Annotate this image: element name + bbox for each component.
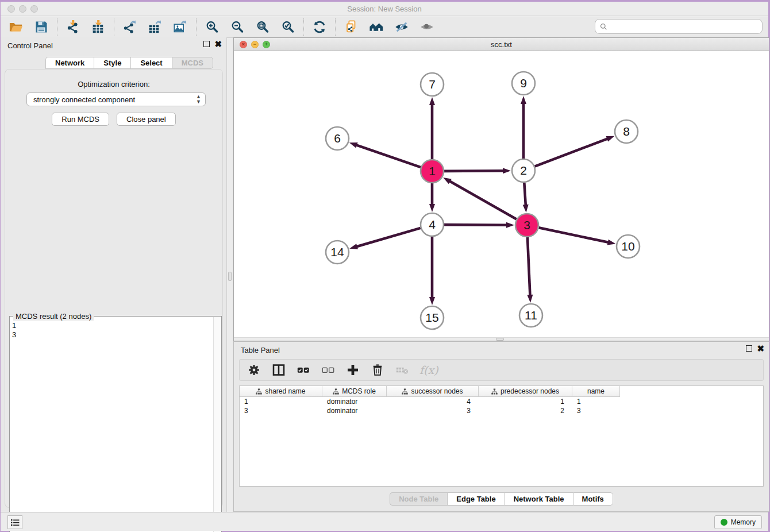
edge-2-9[interactable]	[521, 96, 526, 159]
edge-1-7[interactable]	[429, 97, 435, 159]
search-field[interactable]	[595, 19, 763, 34]
cell-MCDS-role[interactable]: dominator	[322, 407, 387, 415]
refresh-network-icon[interactable]	[312, 20, 327, 34]
delete-column-icon[interactable]	[370, 363, 385, 377]
svg-text:8: 8	[623, 125, 630, 138]
select-all-checkboxes-icon[interactable]	[296, 363, 311, 377]
cell-shared-name[interactable]: 1	[240, 398, 322, 406]
edge-1-6[interactable]	[349, 142, 421, 167]
export-image-icon[interactable]	[173, 20, 188, 34]
export-network-icon[interactable]	[122, 20, 137, 34]
node-8[interactable]: 8	[615, 120, 638, 143]
edge-1-2[interactable]	[444, 168, 511, 174]
result-scrollbar[interactable]	[213, 317, 221, 532]
close-panel-icon[interactable]: ✖	[214, 41, 222, 47]
tab-edge-table[interactable]: Edge Table	[447, 492, 504, 506]
svg-text:3: 3	[523, 218, 530, 232]
float-table-panel-icon[interactable]	[746, 345, 752, 352]
node-10[interactable]: 10	[617, 235, 640, 258]
reset-home-icon[interactable]	[369, 20, 384, 34]
edge-1-4[interactable]	[429, 183, 435, 212]
search-input[interactable]	[611, 22, 757, 31]
cell-predecessor-nodes[interactable]: 2	[479, 407, 572, 415]
node-11[interactable]: 11	[519, 304, 542, 327]
cell-successor-nodes[interactable]: 4	[387, 398, 479, 406]
table-row[interactable]: 3dominator323	[240, 406, 763, 415]
column-header-successor-nodes[interactable]: successor nodes	[387, 386, 479, 397]
export-table-icon[interactable]	[148, 20, 163, 34]
column-header-MCDS-role[interactable]: MCDS role	[322, 386, 387, 397]
node-3[interactable]: 3	[515, 214, 538, 237]
cell-name[interactable]: 1	[572, 398, 620, 406]
zoom-out-icon[interactable]	[230, 20, 245, 34]
node-1[interactable]: 1	[421, 160, 444, 183]
cell-predecessor-nodes[interactable]: 1	[479, 398, 572, 406]
edge-4-3[interactable]	[444, 222, 514, 228]
node-15[interactable]: 15	[421, 306, 444, 329]
tab-network-table[interactable]: Network Table	[505, 492, 573, 506]
cell-successor-nodes[interactable]: 3	[387, 407, 479, 415]
network-window-titlebar[interactable]: × − + scc.txt	[234, 38, 769, 51]
memory-status-icon	[721, 519, 727, 526]
show-hidden-icon[interactable]	[419, 20, 434, 34]
edge-3-10[interactable]	[539, 228, 616, 245]
node-4[interactable]: 4	[421, 213, 444, 236]
table-toolbar: f(x)	[239, 359, 764, 381]
zoom-in-icon[interactable]	[205, 20, 220, 34]
import-network-icon[interactable]	[66, 20, 80, 34]
tab-mcds[interactable]: MCDS	[172, 57, 213, 69]
tab-motifs[interactable]: Motifs	[573, 492, 613, 506]
close-table-panel-icon[interactable]: ✖	[757, 345, 764, 352]
column-header-shared-name[interactable]: shared name	[240, 386, 322, 397]
run-mcds-button[interactable]: Run MCDS	[52, 113, 109, 126]
edge-2-8[interactable]	[535, 136, 615, 167]
edge-2-3[interactable]	[523, 183, 529, 213]
edge-4-14[interactable]	[349, 228, 421, 249]
svg-text:15: 15	[425, 311, 438, 324]
open-session-icon[interactable]	[9, 20, 24, 34]
mcds-result-text[interactable]: 1 3	[12, 321, 212, 532]
node-9[interactable]: 9	[512, 72, 535, 95]
import-table-icon[interactable]	[91, 20, 106, 34]
cell-name[interactable]: 3	[572, 407, 620, 415]
network-canvas[interactable]: 1234678910111415	[234, 51, 769, 337]
save-session-icon[interactable]	[34, 20, 49, 34]
node-14[interactable]: 14	[326, 241, 349, 264]
task-history-button[interactable]	[7, 515, 22, 529]
criterion-dropdown[interactable]: strongly connected component ▲▼	[26, 92, 206, 106]
settings-gear-icon[interactable]	[247, 363, 261, 377]
horizontal-splitter-handle[interactable]	[496, 338, 504, 341]
hide-selected-icon[interactable]	[394, 20, 409, 34]
float-panel-icon[interactable]	[203, 41, 210, 47]
tab-node-table[interactable]: Node Table	[390, 492, 447, 506]
svg-text:2: 2	[520, 164, 527, 177]
window-title: Session: New Session	[1, 5, 768, 13]
table-row[interactable]: 1dominator411	[240, 397, 763, 406]
control-panel: Control Panel ✖ NetworkStyleSelectMCDS O…	[1, 37, 227, 512]
tab-style[interactable]: Style	[94, 57, 130, 69]
zoom-selected-icon[interactable]	[280, 20, 295, 34]
node-7[interactable]: 7	[421, 73, 444, 96]
node-6[interactable]: 6	[326, 127, 349, 150]
edge-3-11[interactable]	[527, 237, 533, 303]
node-2[interactable]: 2	[512, 159, 535, 182]
tab-select[interactable]: Select	[130, 57, 171, 69]
memory-button[interactable]: Memory	[714, 515, 762, 529]
zoom-fit-icon[interactable]	[255, 20, 270, 34]
clear-selection-checkboxes-icon[interactable]	[321, 363, 336, 377]
node-table[interactable]: shared nameMCDS rolesuccessor nodesprede…	[239, 385, 764, 487]
cell-shared-name[interactable]: 3	[240, 407, 322, 415]
edge-4-15[interactable]	[429, 237, 435, 305]
create-column-icon[interactable]	[345, 363, 360, 377]
column-header-predecessor-nodes[interactable]: predecessor nodes	[479, 386, 572, 397]
cell-MCDS-role[interactable]: dominator	[322, 398, 387, 406]
dropdown-stepper-icon: ▲▼	[196, 94, 201, 105]
column-header-name[interactable]: name	[572, 386, 620, 397]
edge-3-1[interactable]	[443, 178, 517, 219]
tab-network[interactable]: Network	[45, 57, 94, 69]
network-view-window: × − + scc.txt 1234678910111415	[233, 37, 769, 341]
close-panel-button[interactable]: Close panel	[117, 113, 176, 126]
clone-network-icon[interactable]	[344, 20, 359, 34]
vertical-splitter-handle[interactable]	[228, 272, 232, 281]
split-panel-icon[interactable]	[271, 363, 286, 377]
